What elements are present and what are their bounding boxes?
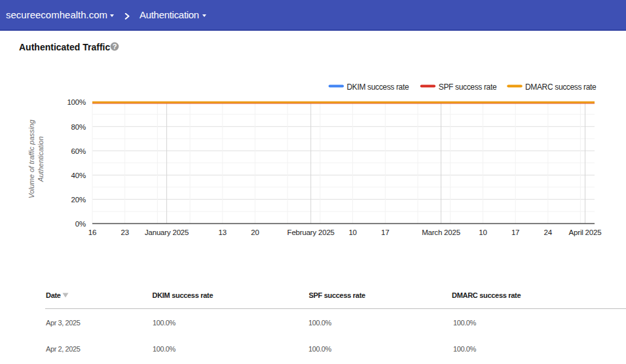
svg-text:40%: 40% xyxy=(71,172,86,179)
svg-text:DMARC success rate: DMARC success rate xyxy=(525,82,597,92)
svg-text:0%: 0% xyxy=(75,220,86,228)
svg-text:10: 10 xyxy=(348,228,356,236)
svg-text:80%: 80% xyxy=(71,123,86,131)
svg-text:January 2025: January 2025 xyxy=(145,228,189,236)
svg-text:10: 10 xyxy=(479,228,487,236)
svg-text:20%: 20% xyxy=(71,196,86,204)
svg-text:20: 20 xyxy=(251,228,259,236)
svg-text:100%: 100% xyxy=(67,98,86,106)
svg-text:February 2025: February 2025 xyxy=(287,228,335,236)
svg-text:17: 17 xyxy=(511,228,519,236)
svg-text:13: 13 xyxy=(219,228,227,236)
svg-text:DKIM success rate: DKIM success rate xyxy=(347,82,409,92)
svg-text:23: 23 xyxy=(120,228,128,236)
svg-text:Volume of traffic passing: Volume of traffic passing xyxy=(28,119,35,198)
svg-text:March 2025: March 2025 xyxy=(422,228,460,236)
svg-text:60%: 60% xyxy=(71,147,86,155)
svg-text:SPF success rate: SPF success rate xyxy=(439,82,497,92)
svg-text:17: 17 xyxy=(381,228,389,236)
svg-text:24: 24 xyxy=(544,228,553,236)
svg-text:April 2025: April 2025 xyxy=(569,228,602,236)
svg-text:16: 16 xyxy=(88,228,96,236)
svg-text:Authentication: Authentication xyxy=(37,136,45,183)
